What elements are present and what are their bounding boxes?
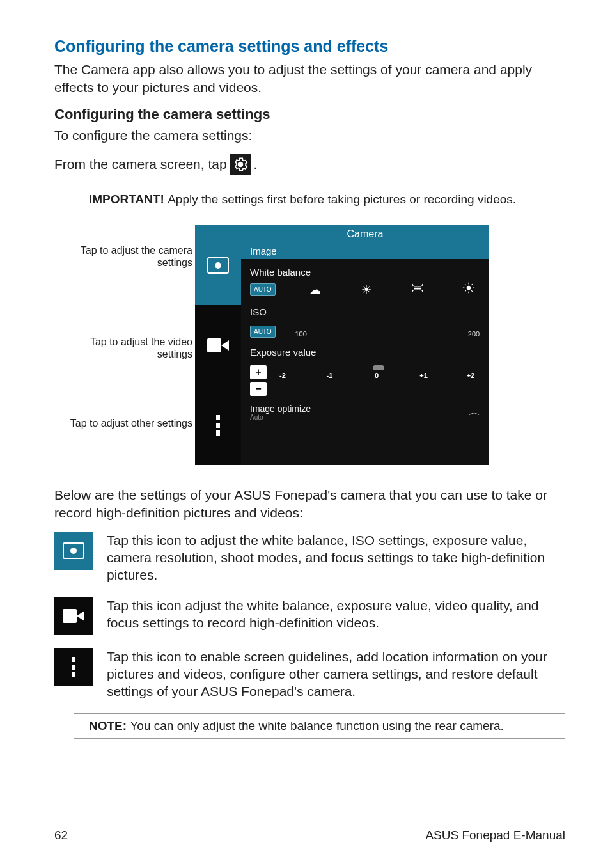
important-text: Apply the settings first before taking p… — [168, 193, 516, 206]
other-desc: Tap this icon to enable screen guideline… — [107, 648, 565, 700]
fluorescent-icon[interactable] — [406, 281, 429, 297]
iso-auto-badge[interactable]: AUTO — [250, 326, 276, 338]
ev-tick: -2 — [273, 372, 292, 379]
instruction-suffix: . — [254, 157, 258, 172]
iso-row[interactable]: AUTO 100 200 — [250, 321, 480, 343]
sidebar-other-tab[interactable] — [195, 385, 241, 465]
ev-tick: -1 — [320, 372, 340, 379]
settings-panel: Camera Image White balance AUTO ☁ ☀ ISO — [241, 225, 489, 465]
section-heading: Configuring the camera settings and effe… — [54, 37, 565, 56]
note-box: NOTE: You can only adjust the white bala… — [74, 713, 565, 739]
exposure-label: Exposure value — [250, 347, 480, 358]
instruction-line: From the camera screen, tap . — [54, 154, 565, 175]
sun-icon[interactable]: ☀ — [355, 283, 378, 297]
iso-min: 100 — [295, 330, 306, 338]
ev-minus-button[interactable]: − — [250, 382, 267, 396]
iso-label: ISO — [250, 306, 480, 317]
settings-screenshot: Camera Image White balance AUTO ☁ ☀ ISO — [195, 225, 489, 465]
sub-intro-text: To configure the camera settings: — [54, 127, 565, 145]
gear-icon — [230, 154, 251, 175]
camera-icon-cell — [54, 532, 93, 570]
settings-diagram: Tap to adjust the camera settings Tap to… — [54, 225, 565, 468]
sliders-icon — [216, 415, 220, 436]
white-balance-row[interactable]: AUTO ☁ ☀ — [250, 281, 480, 303]
camera-icon — [207, 257, 229, 274]
important-box: IMPORTANT! Apply the settings first befo… — [74, 187, 565, 212]
page-number: 62 — [54, 828, 68, 842]
ev-tick: 0 — [367, 372, 386, 379]
exposure-row: + − -2 -1 0 +1 +2 — [250, 361, 480, 400]
sliders-icon — [72, 657, 75, 677]
svg-point-0 — [467, 286, 471, 290]
list-item: Tap this icon adjust the white balance, … — [54, 597, 565, 635]
ev-tick: +1 — [414, 372, 434, 379]
panel-title: Camera — [241, 225, 489, 243]
camera-icon — [63, 542, 84, 559]
intro-text: The Camera app also allows you to adjust… — [54, 61, 565, 97]
section-image: Image — [241, 243, 489, 259]
ev-plus-button[interactable]: + — [250, 365, 267, 379]
ev-tick: +2 — [461, 372, 480, 379]
video-icon — [207, 338, 229, 353]
optimize-label: Image optimize — [250, 404, 311, 414]
video-icon — [63, 608, 84, 624]
anno-camera: Tap to adjust the camera settings — [54, 244, 192, 269]
anno-video: Tap to adjust the video settings — [54, 336, 192, 360]
instruction-prefix: From the camera screen, tap — [54, 157, 227, 172]
below-text: Below are the settings of your ASUS Fone… — [54, 486, 565, 523]
video-desc: Tap this icon adjust the white balance, … — [107, 597, 565, 635]
iso-max: 200 — [468, 330, 480, 338]
optimize-sub: Auto — [250, 414, 311, 421]
list-item: Tap this icon to enable screen guideline… — [54, 648, 565, 700]
icon-description-list: Tap this icon to adjust the white balanc… — [54, 532, 565, 700]
footer-text: ASUS Fonepad E-Manual — [425, 828, 565, 842]
sidebar-video-tab[interactable] — [195, 305, 241, 385]
subsection-heading: Configuring the camera settings — [54, 106, 565, 123]
list-item: Tap this icon to adjust the white balanc… — [54, 532, 565, 584]
anno-other: Tap to adjust other settings — [70, 417, 192, 429]
chevron-up-icon: ︿ — [469, 407, 480, 418]
camera-desc: Tap this icon to adjust the white balanc… — [107, 532, 565, 584]
cloud-icon[interactable]: ☁ — [304, 283, 327, 297]
note-text: You can only adjust the white balance fu… — [130, 719, 503, 732]
page-footer: 62 ASUS Fonepad E-Manual — [54, 828, 565, 842]
image-optimize-row[interactable]: Image optimize Auto ︿ — [250, 400, 480, 425]
incandescent-icon[interactable] — [457, 281, 480, 297]
important-label: IMPORTANT! — [89, 193, 168, 206]
video-icon-cell — [54, 597, 93, 635]
iso-scale[interactable]: 100 200 — [288, 324, 480, 338]
ev-handle[interactable] — [373, 365, 384, 370]
note-label: NOTE: — [89, 719, 130, 732]
sidebar-camera-tab[interactable] — [195, 225, 241, 305]
white-balance-label: White balance — [250, 267, 480, 278]
wb-auto-badge[interactable]: AUTO — [250, 283, 276, 296]
other-icon-cell — [54, 648, 93, 686]
ev-slider[interactable]: -2 -1 0 +1 +2 — [273, 372, 480, 390]
sidebar-icons — [195, 225, 241, 465]
